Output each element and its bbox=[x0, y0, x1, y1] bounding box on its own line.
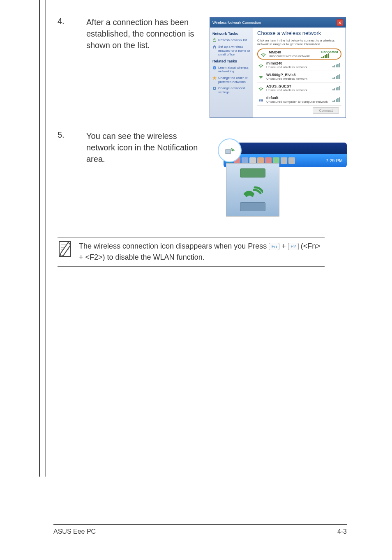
zoom-block bbox=[240, 202, 265, 211]
f2-key-icon: F2 bbox=[288, 243, 299, 250]
network-item-connected[interactable]: MM240 Unsecured wireless network Connect… bbox=[257, 48, 341, 60]
network-item[interactable]: default Unsecured computer-to-computer n… bbox=[257, 94, 341, 106]
step-5-number: 5. bbox=[53, 130, 78, 140]
wifi-zoom-icon bbox=[242, 182, 263, 198]
dialog-sidebar: Network Tasks Refresh network list Set u… bbox=[210, 28, 253, 118]
footer-right: 4-3 bbox=[337, 528, 347, 535]
svg-point-2 bbox=[213, 87, 216, 90]
network-name: WL500gP_Elvis3 bbox=[266, 73, 330, 77]
step-4-number: 4. bbox=[53, 16, 78, 26]
signal-icon bbox=[321, 54, 330, 58]
wireless-dialog: Wireless Network Connection × Network Ta… bbox=[210, 17, 346, 118]
dialog-main: Choose a wireless network Click an item … bbox=[253, 28, 346, 118]
svg-point-6 bbox=[261, 90, 261, 91]
dialog-main-subtext: Click an item in the list below to conne… bbox=[257, 39, 341, 46]
step-5-text: You can see the wireless network icon in… bbox=[86, 130, 201, 165]
network-security: Unsecured wireless network bbox=[269, 54, 319, 58]
refresh-icon bbox=[212, 38, 217, 42]
wifi-icon bbox=[258, 85, 264, 91]
sidebar-link-setup[interactable]: Set up a wireless network for a home or … bbox=[212, 45, 251, 57]
fn-key-icon: Fn bbox=[269, 243, 279, 250]
network-item[interactable]: ASUS_GUEST Unsecured wireless network bbox=[257, 83, 341, 94]
sidebar-link-label: Change advanced settings bbox=[218, 86, 251, 94]
zoom-block bbox=[240, 168, 265, 177]
signal-icon bbox=[332, 98, 341, 102]
wifi-icon bbox=[258, 62, 264, 68]
dialog-title-text: Wireless Network Connection bbox=[212, 21, 261, 25]
tray-icon bbox=[288, 157, 295, 164]
adhoc-icon bbox=[258, 97, 264, 103]
step-5: 5. You can see the wireless network icon… bbox=[53, 130, 347, 221]
sidebar-head-network-tasks: Network Tasks bbox=[212, 32, 251, 36]
network-security: Unsecured wireless network bbox=[266, 65, 330, 69]
note-text-pre: The wireless connection icon disappears … bbox=[79, 242, 269, 250]
network-status: Connected bbox=[321, 50, 338, 54]
info-icon: i bbox=[212, 66, 217, 70]
network-security: Unsecured computer-to-computer network bbox=[266, 100, 330, 104]
sidebar-link-label: Learn about wireless networking bbox=[218, 66, 251, 74]
zoom-panel bbox=[226, 163, 279, 217]
note-icon bbox=[58, 241, 72, 257]
network-security: Unsecured wireless network bbox=[266, 88, 330, 92]
sidebar-link-refresh[interactable]: Refresh network list bbox=[212, 38, 251, 42]
dialog-titlebar: Wireless Network Connection × bbox=[210, 18, 346, 28]
page: 4. After a connection has been establish… bbox=[0, 0, 392, 560]
svg-rect-10 bbox=[226, 150, 231, 154]
tray-clock: 7:29 PM bbox=[326, 158, 344, 163]
sidebar-link-learn[interactable]: i Learn about wireless networking bbox=[212, 66, 251, 74]
signal-icon bbox=[332, 63, 341, 67]
wifi-icon bbox=[261, 51, 266, 57]
sidebar-link-advanced[interactable]: Change advanced settings bbox=[212, 86, 251, 94]
sidebar-link-label: Change the order of preferred networks bbox=[218, 76, 251, 84]
svg-point-4 bbox=[261, 67, 261, 68]
sidebar-link-label: Set up a wireless network for a home or … bbox=[218, 45, 251, 57]
page-footer: ASUS Eee PC 4-3 bbox=[53, 524, 347, 535]
svg-point-3 bbox=[263, 56, 264, 57]
star-icon bbox=[212, 76, 217, 80]
svg-point-5 bbox=[261, 78, 261, 79]
signal-icon bbox=[332, 75, 341, 79]
dialog-main-heading: Choose a wireless network bbox=[257, 30, 341, 36]
network-item[interactable]: mimo240 Unsecured wireless network bbox=[257, 60, 341, 71]
tray-illustration: 7:29 PM bbox=[210, 130, 347, 221]
note-box: The wireless connection icon disappears … bbox=[58, 237, 325, 267]
callout-circle bbox=[218, 138, 242, 162]
network-name: mimo240 bbox=[266, 61, 330, 65]
connect-button[interactable]: Connect bbox=[313, 107, 339, 114]
note-text: The wireless connection icon disappears … bbox=[79, 241, 325, 263]
sidebar-head-related-tasks: Related Tasks bbox=[212, 59, 251, 63]
network-name: ASUS_GUEST bbox=[266, 84, 330, 88]
sidebar-link-label: Refresh network list bbox=[218, 38, 247, 42]
svg-rect-7 bbox=[259, 99, 261, 101]
sidebar-link-order[interactable]: Change the order of preferred networks bbox=[212, 76, 251, 84]
network-item[interactable]: WL500gP_Elvis3 Unsecured wireless networ… bbox=[257, 71, 341, 83]
dialog-footer: Connect bbox=[257, 106, 341, 115]
wifi-icon bbox=[258, 74, 264, 80]
svg-rect-8 bbox=[261, 99, 263, 101]
step-4-text: After a connection has been established,… bbox=[86, 16, 201, 51]
signal-icon bbox=[332, 86, 341, 90]
gear-icon bbox=[212, 86, 217, 90]
home-icon bbox=[212, 45, 217, 49]
step-4: 4. After a connection has been establish… bbox=[53, 16, 347, 118]
footer-left: ASUS Eee PC bbox=[53, 528, 96, 535]
network-security: Unsecured wireless network bbox=[266, 77, 330, 81]
close-icon[interactable]: × bbox=[337, 19, 343, 26]
wifi-tray-icon bbox=[225, 146, 235, 154]
tray-icon bbox=[281, 157, 287, 164]
network-name: default bbox=[266, 96, 330, 100]
note-plus: + bbox=[281, 242, 288, 250]
network-name: MM240 bbox=[269, 50, 319, 54]
